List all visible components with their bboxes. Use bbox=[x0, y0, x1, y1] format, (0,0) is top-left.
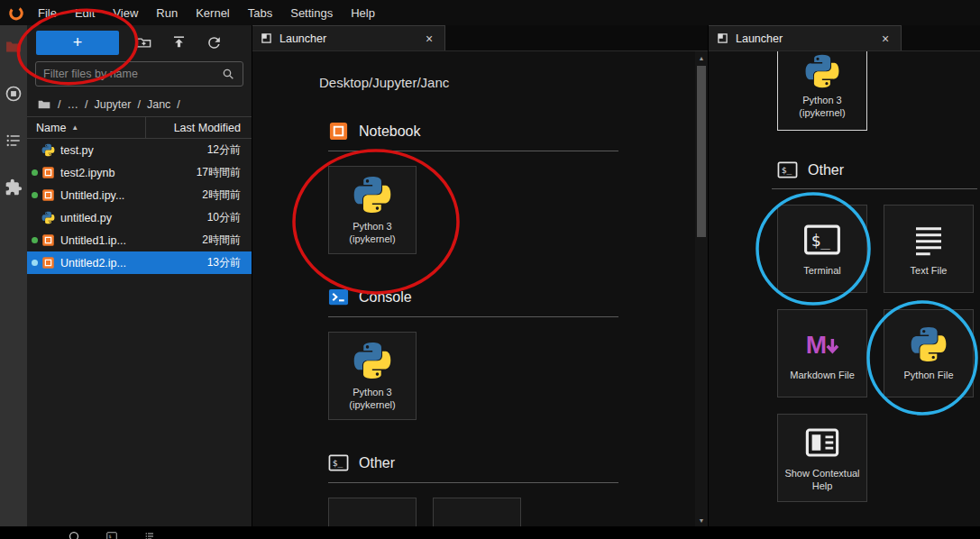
kernel-status-dot bbox=[32, 147, 38, 153]
file-modified: 13分前 bbox=[207, 255, 252, 270]
console-icon bbox=[328, 287, 349, 307]
card-label: Text File bbox=[911, 265, 948, 278]
python-file-icon bbox=[41, 211, 55, 224]
scroll-down-icon[interactable]: ▼ bbox=[695, 514, 708, 526]
menu-view[interactable]: View bbox=[104, 3, 147, 23]
breadcrumb-separator: / bbox=[177, 98, 179, 111]
notebook-file-icon bbox=[41, 256, 55, 270]
launcher-card-markdown-file[interactable]: Markdown File bbox=[777, 309, 867, 397]
menu-kernel[interactable]: Kernel bbox=[187, 3, 239, 23]
card-label: Show Contextual Help bbox=[778, 468, 866, 493]
launcher-card-python-file[interactable]: Python File bbox=[884, 309, 974, 397]
menu-edit[interactable]: Edit bbox=[66, 3, 104, 23]
menu-bar: File Edit View Run Kernel Tabs Settings … bbox=[0, 0, 980, 25]
menu-file[interactable]: File bbox=[29, 3, 66, 23]
file-modified: 10分前 bbox=[207, 210, 252, 225]
launcher-icon bbox=[261, 32, 272, 44]
section-title: Console bbox=[359, 289, 412, 306]
tab-launcher-right[interactable]: Launcher × bbox=[709, 25, 902, 50]
card-label: Python 3 (ipykernel) bbox=[799, 95, 845, 120]
scroll-up-icon[interactable]: ▲ bbox=[695, 51, 708, 64]
table-of-contents-icon[interactable] bbox=[5, 132, 23, 150]
file-name: Untitled.ipy... bbox=[60, 189, 202, 202]
filter-files-input[interactable] bbox=[43, 68, 221, 80]
console-section: Console Python 3 (ipykernel) bbox=[319, 287, 690, 420]
launcher-card-contextual-help[interactable]: Show Contextual Help bbox=[777, 414, 867, 502]
home-folder-icon[interactable] bbox=[37, 97, 51, 112]
file-browser-icon[interactable] bbox=[5, 38, 23, 56]
breadcrumb-separator: / bbox=[58, 98, 60, 111]
new-folder-icon[interactable] bbox=[135, 34, 152, 51]
launcher-card-terminal[interactable]: Terminal bbox=[777, 205, 867, 293]
search-icon[interactable] bbox=[221, 67, 235, 81]
breadcrumb-ellipsis[interactable]: … bbox=[67, 98, 78, 111]
vertical-scrollbar[interactable]: ▲ ▼ bbox=[695, 51, 708, 526]
launcher-card-grid: Terminal Text File Markdown File Python … bbox=[777, 205, 974, 502]
status-kernel-icon[interactable] bbox=[69, 529, 79, 539]
launcher-card-console-python3[interactable]: Python 3 (ipykernel) bbox=[328, 332, 417, 420]
jupyterlab-window: File Edit View Run Kernel Tabs Settings … bbox=[0, 0, 980, 539]
section-divider bbox=[328, 151, 618, 151]
close-icon[interactable]: × bbox=[422, 32, 436, 46]
menu-help[interactable]: Help bbox=[342, 3, 384, 23]
breadcrumb-jupyter[interactable]: Jupyter bbox=[94, 98, 131, 111]
sort-ascending-icon: ▲ bbox=[71, 123, 78, 132]
breadcrumb-janc[interactable]: Janc bbox=[147, 98, 170, 111]
card-label: Terminal bbox=[803, 265, 841, 278]
tab-launcher[interactable]: Launcher × bbox=[252, 25, 445, 50]
file-modified: 2時間前 bbox=[202, 233, 252, 248]
extensions-icon[interactable] bbox=[5, 178, 23, 196]
python-logo-icon bbox=[353, 341, 392, 380]
menu-settings[interactable]: Settings bbox=[281, 3, 342, 23]
menu-tabs[interactable]: Tabs bbox=[239, 3, 281, 23]
tab-label: Launcher bbox=[279, 32, 415, 45]
scrollbar-track[interactable] bbox=[695, 64, 708, 514]
breadcrumb-separator: / bbox=[137, 98, 140, 111]
running-kernels-icon[interactable] bbox=[5, 85, 23, 103]
new-launcher-button[interactable]: + bbox=[36, 31, 119, 55]
right-panel: Launcher × Python 3 (ipykernel) Other bbox=[708, 25, 980, 526]
launcher-icon bbox=[717, 32, 728, 44]
other-section-right: Other bbox=[777, 160, 844, 180]
launcher-cwd: Desktop/Jupyter/Janc bbox=[319, 75, 690, 90]
close-icon[interactable]: × bbox=[878, 32, 893, 46]
file-row[interactable]: Untitled.ipy... 2時間前 bbox=[27, 184, 252, 206]
launcher-card-partial[interactable] bbox=[433, 498, 521, 526]
main-tab-bar: Launcher × bbox=[252, 25, 708, 51]
status-list-icon[interactable] bbox=[144, 529, 155, 539]
running-kernel-dot bbox=[32, 169, 38, 176]
launcher-card-notebook-python3[interactable]: Python 3 (ipykernel) bbox=[328, 166, 417, 254]
launcher-card-text-file[interactable]: Text File bbox=[884, 205, 974, 293]
notebook-icon bbox=[328, 121, 349, 142]
upload-icon[interactable] bbox=[170, 34, 188, 51]
scrollbar-thumb[interactable] bbox=[697, 66, 706, 237]
refresh-icon[interactable] bbox=[206, 34, 223, 51]
section-title: Notebook bbox=[359, 123, 421, 140]
notebook-file-icon bbox=[41, 166, 55, 179]
file-modified: 2時間前 bbox=[202, 187, 252, 203]
breadcrumb-separator: / bbox=[85, 98, 87, 111]
terminal-icon bbox=[328, 452, 349, 473]
section-title: Other bbox=[808, 162, 844, 178]
column-name[interactable]: Name ▲ bbox=[27, 117, 145, 138]
right-launcher-panel: Python 3 (ipykernel) Other Terminal bbox=[709, 51, 980, 526]
launcher-card-partial[interactable] bbox=[328, 498, 417, 526]
workspace: + / … / Jupyter / Janc / Name bbox=[0, 25, 980, 526]
column-last-modified[interactable]: Last Modified bbox=[145, 117, 252, 138]
file-row[interactable]: test.py 12分前 bbox=[27, 139, 252, 161]
python-file-icon bbox=[41, 143, 55, 157]
launcher-panel: Desktop/Jupyter/Janc Notebook Python 3 (… bbox=[252, 51, 708, 526]
launcher-card-notebook-python3-right[interactable]: Python 3 (ipykernel) bbox=[777, 51, 867, 131]
file-row[interactable]: test2.ipynb 17時間前 bbox=[27, 161, 252, 184]
menu-run[interactable]: Run bbox=[147, 3, 187, 23]
right-tab-bar: Launcher × bbox=[709, 25, 980, 51]
file-name: test2.ipynb bbox=[60, 167, 197, 179]
python-logo-icon bbox=[804, 53, 840, 89]
file-row-selected[interactable]: Untitled2.ip... 13分前 bbox=[27, 251, 252, 274]
file-row[interactable]: Untitled1.ip... 2時間前 bbox=[27, 229, 252, 251]
status-terminal-icon[interactable] bbox=[106, 529, 117, 539]
tab-label: Launcher bbox=[736, 32, 871, 45]
other-section: Other bbox=[319, 452, 690, 526]
file-row[interactable]: untitled.py 10分前 bbox=[27, 206, 252, 229]
file-name: test.py bbox=[60, 144, 207, 157]
